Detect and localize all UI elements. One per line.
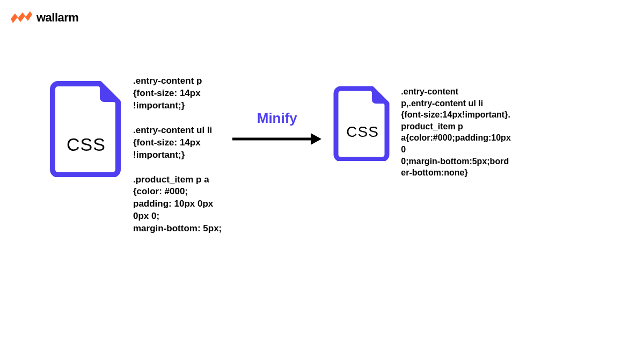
arrow-icon — [231, 131, 323, 147]
brand-logo: wallarm — [11, 11, 78, 25]
svg-marker-1 — [311, 133, 321, 145]
file-label: CSS — [346, 123, 379, 141]
wallarm-logo-icon — [11, 11, 32, 24]
source-block: CSS .entry-content p {font-size: 14px !i… — [48, 80, 222, 235]
minified-css-code: .entry-content p,.entry-content ul li {f… — [401, 86, 530, 179]
minified-block: CSS .entry-content p,.entry-content ul l… — [332, 80, 530, 179]
brand-name: wallarm — [36, 11, 78, 25]
file-label: CSS — [67, 134, 106, 155]
arrow-label: Minify — [257, 110, 297, 127]
file-icon — [48, 80, 123, 177]
source-css-code: .entry-content p {font-size: 14px !impor… — [133, 75, 222, 235]
minify-diagram: CSS .entry-content p {font-size: 14px !i… — [48, 80, 623, 235]
transform-arrow: Minify — [231, 110, 323, 147]
